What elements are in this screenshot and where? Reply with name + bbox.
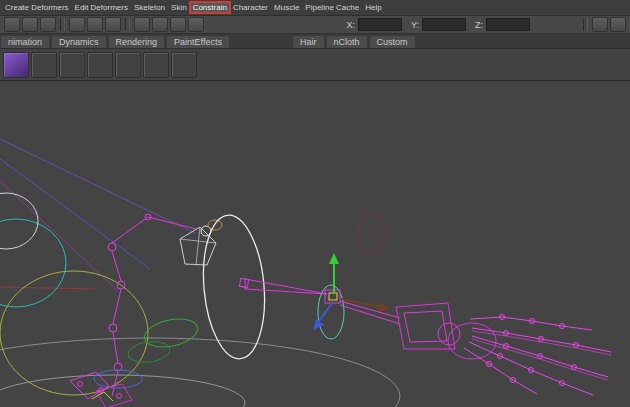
shelf-icon[interactable] (59, 52, 85, 78)
green-control-curve (142, 315, 200, 352)
foot-control-shapes[interactable] (70, 372, 132, 407)
menu-help[interactable]: Help (363, 2, 383, 13)
coordinate-fields: X: Y: Z: (340, 18, 530, 31)
x-coordinate-input[interactable] (358, 18, 402, 31)
curve-label: c (160, 355, 165, 365)
select-component-icon[interactable] (105, 17, 121, 32)
shelf-tabs-right: Hair nCloth Custom (292, 35, 417, 48)
ground-curves (0, 338, 400, 407)
spine-joint-chain (108, 214, 196, 396)
open-scene-icon[interactable] (40, 17, 56, 32)
menu-create-deformers[interactable]: Create Deformers (3, 2, 71, 13)
menu-muscle[interactable]: Muscle (272, 2, 301, 13)
arm-bone[interactable] (239, 278, 327, 294)
shelf-icon[interactable] (171, 52, 197, 78)
menu-character[interactable]: Character (231, 2, 270, 13)
sidebar-toggle-icon[interactable] (610, 17, 626, 32)
hand-wireframe[interactable] (340, 301, 611, 395)
shelf-icon[interactable] (3, 52, 29, 78)
menu-pipeline-cache[interactable]: Pipeline Cache (303, 2, 361, 13)
scene-menu-icon[interactable] (4, 17, 20, 32)
z-axis-arrow (313, 303, 332, 330)
curve-label: c (154, 307, 159, 317)
tab-custom[interactable]: Custom (369, 35, 416, 48)
green-control-curve (127, 339, 171, 365)
select-object-icon[interactable] (87, 17, 103, 32)
tab-ncloth[interactable]: nCloth (326, 35, 368, 48)
left-rig-controls[interactable]: c c c (0, 139, 222, 396)
selected-joint-box (325, 290, 340, 303)
status-line: X: Y: Z: (0, 16, 630, 34)
tab-dynamics[interactable]: Dynamics (51, 35, 107, 48)
viewport-canvas[interactable]: c c c (0, 81, 630, 407)
shelf-icon[interactable] (115, 52, 141, 78)
new-scene-icon[interactable] (22, 17, 38, 32)
snap-curve-icon[interactable] (152, 17, 168, 32)
red-control-circle[interactable] (358, 212, 384, 254)
shelf-tab-row: nimation Dynamics Rendering PaintEffects… (0, 34, 630, 49)
y-coordinate-input[interactable] (422, 18, 466, 31)
snap-plane-icon[interactable] (188, 17, 204, 32)
tab-painteffects[interactable]: PaintEffects (166, 35, 230, 48)
shelf-icon[interactable] (87, 52, 113, 78)
snap-point-icon[interactable] (170, 17, 186, 32)
select-hierarchy-icon[interactable] (69, 17, 85, 32)
cyan-control-circle (0, 219, 66, 307)
menu-constrain-label: Constrain (193, 3, 227, 12)
tab-animation[interactable]: nimation (0, 35, 50, 48)
tab-rendering[interactable]: Rendering (108, 35, 166, 48)
move-manipulator[interactable] (313, 253, 390, 339)
z-label: Z: (475, 20, 483, 30)
y-label: Y: (411, 20, 419, 30)
menu-skin[interactable]: Skin (169, 2, 189, 13)
menu-skeleton[interactable]: Skeleton (132, 2, 167, 13)
tab-hair[interactable]: Hair (292, 35, 325, 48)
viewport[interactable]: c c c (0, 81, 630, 407)
shelf (0, 49, 630, 81)
shelf-icon[interactable] (31, 52, 57, 78)
menubar: Create Deformers Edit Deformers Skeleton… (0, 0, 630, 16)
x-axis-arrow (341, 299, 390, 312)
shelf-icon[interactable] (143, 52, 169, 78)
toolbar-separator (583, 18, 588, 31)
x-label: X: (346, 20, 355, 30)
toolbar-separator (125, 18, 130, 31)
snap-grid-icon[interactable] (134, 17, 150, 32)
menu-edit-deformers[interactable]: Edit Deformers (73, 2, 130, 13)
show-manipulator-icon[interactable] (592, 17, 608, 32)
manipulator-center-box (329, 293, 337, 300)
z-coordinate-input[interactable] (486, 18, 530, 31)
y-axis-arrow (329, 253, 339, 293)
toolbar-separator (60, 18, 65, 31)
maya-window: Create Deformers Edit Deformers Skeleton… (0, 0, 630, 407)
menu-constrain[interactable]: Constrain (191, 2, 229, 13)
orange-joint-circle (208, 220, 222, 230)
